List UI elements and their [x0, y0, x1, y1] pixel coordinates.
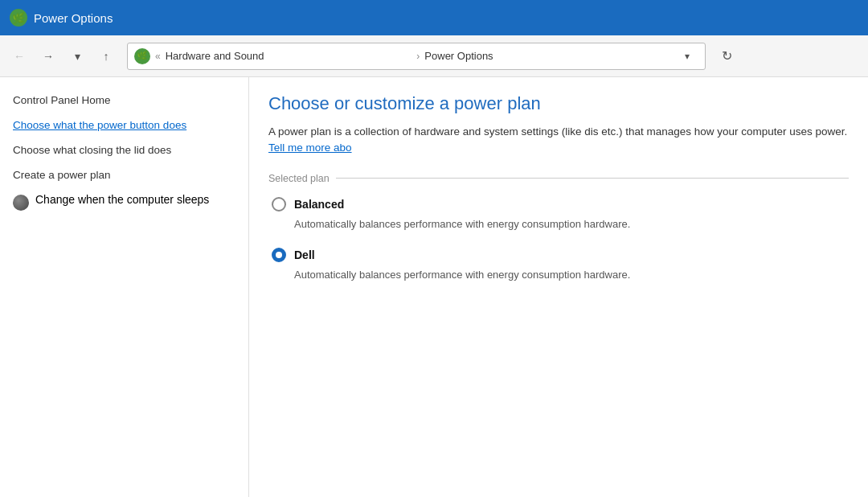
sidebar-item-change-sleep[interactable]: Change when the computer sleeps — [13, 193, 235, 211]
sidebar-item-create-plan[interactable]: Create a power plan — [13, 168, 235, 183]
plan-balanced-desc: Automatically balances performance with … — [272, 216, 849, 232]
sidebar-item-control-panel-home[interactable]: Control Panel Home — [13, 93, 235, 109]
page-description: A power plan is a collection of hardware… — [268, 124, 849, 157]
content-area: Control Panel Home Choose what the power… — [0, 77, 868, 497]
page-title: Choose or customize a power plan — [268, 93, 849, 114]
up-button[interactable]: ↑ — [93, 43, 119, 69]
titlebar-icon: 🌿 — [10, 9, 27, 27]
plan-balanced-name: Balanced — [294, 198, 344, 211]
breadcrumb-power: Power Options — [424, 50, 671, 62]
selected-plan-label: Selected plan — [268, 173, 849, 184]
plan-dell[interactable]: Dell Automatically balances performance … — [268, 248, 849, 283]
back-button[interactable]: ← — [6, 43, 32, 69]
plan-balanced-header: Balanced — [272, 197, 849, 212]
address-sep1: « — [155, 51, 161, 62]
address-bar[interactable]: 🌿 « Hardware and Sound › Power Options ▾ — [127, 43, 706, 70]
sleep-icon — [13, 195, 29, 211]
radio-dell-inner — [276, 252, 282, 258]
forward-button[interactable]: → — [35, 43, 61, 69]
breadcrumb-hardware: Hardware and Sound — [166, 50, 412, 62]
refresh-button[interactable]: ↻ — [714, 43, 739, 69]
main-panel: Choose or customize a power plan A power… — [249, 77, 868, 497]
address-dropdown-icon[interactable]: ▾ — [676, 45, 698, 68]
address-sep2: › — [416, 51, 420, 62]
plan-balanced[interactable]: Balanced Automatically balances performa… — [268, 197, 849, 232]
address-icon: 🌿 — [134, 48, 150, 64]
sidebar-item-closing-lid[interactable]: Choose what closing the lid does — [13, 143, 235, 158]
tell-me-more-link[interactable]: Tell me more abo — [268, 142, 352, 154]
plan-dell-header: Dell — [272, 248, 849, 262]
sidebar: Control Panel Home Choose what the power… — [0, 77, 249, 497]
plan-dell-name: Dell — [294, 249, 315, 261]
titlebar: 🌿 Power Options — [0, 0, 868, 35]
sidebar-sleep-label: Change when the computer sleeps — [35, 193, 209, 206]
radio-balanced[interactable] — [272, 197, 286, 212]
titlebar-title: Power Options — [34, 11, 113, 25]
plan-dell-desc: Automatically balances performance with … — [272, 267, 849, 283]
sidebar-item-power-button[interactable]: Choose what the power button does — [13, 118, 235, 133]
navbar: ← → ▾ ↑ 🌿 « Hardware and Sound › Power O… — [0, 35, 868, 77]
recent-button[interactable]: ▾ — [64, 43, 90, 69]
radio-dell[interactable] — [272, 248, 286, 262]
